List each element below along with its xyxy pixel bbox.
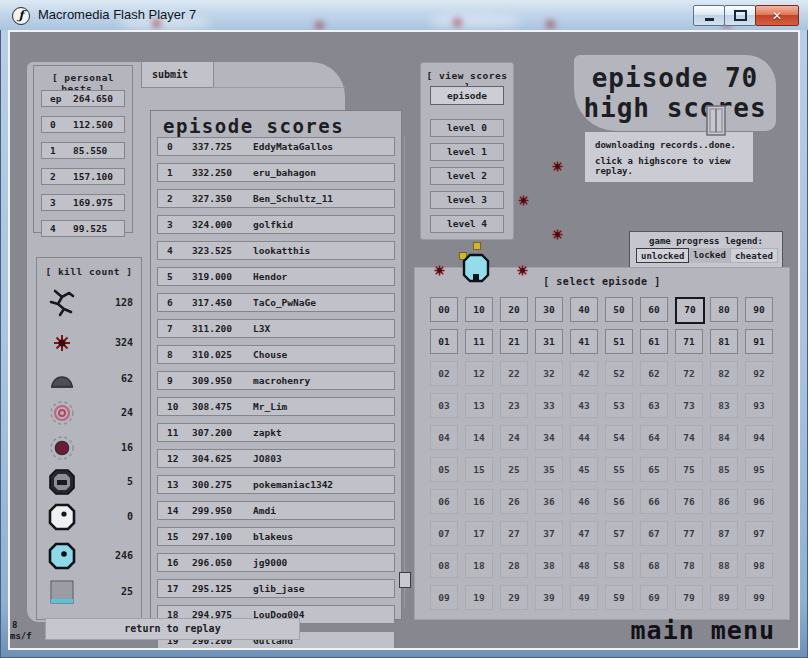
- highscore-row[interactable]: 9309.950macrohenry: [157, 371, 395, 390]
- episode-cell-40[interactable]: 40: [570, 297, 598, 322]
- episode-cell-09[interactable]: 09: [430, 585, 458, 610]
- episode-cell-91[interactable]: 91: [745, 329, 773, 354]
- episode-cell-00[interactable]: 00: [430, 297, 458, 322]
- view-episode-button[interactable]: episode: [430, 86, 504, 105]
- episode-cell-01[interactable]: 01: [430, 329, 458, 354]
- episode-cell-54[interactable]: 54: [605, 425, 633, 450]
- episode-cell-15[interactable]: 15: [465, 457, 493, 482]
- episode-cell-88[interactable]: 88: [710, 553, 738, 578]
- episode-cell-55[interactable]: 55: [605, 457, 633, 482]
- episode-cell-36[interactable]: 36: [535, 489, 563, 514]
- episode-cell-72[interactable]: 72: [675, 361, 703, 386]
- episode-cell-94[interactable]: 94: [745, 425, 773, 450]
- episode-cell-95[interactable]: 95: [745, 457, 773, 482]
- episode-cell-29[interactable]: 29: [500, 585, 528, 610]
- episode-cell-75[interactable]: 75: [675, 457, 703, 482]
- episode-cell-31[interactable]: 31: [535, 329, 563, 354]
- episode-cell-24[interactable]: 24: [500, 425, 528, 450]
- episode-cell-77[interactable]: 77: [675, 521, 703, 546]
- episode-cell-85[interactable]: 85: [710, 457, 738, 482]
- episode-cell-26[interactable]: 26: [500, 489, 528, 514]
- episode-cell-96[interactable]: 96: [745, 489, 773, 514]
- episode-cell-74[interactable]: 74: [675, 425, 703, 450]
- episode-cell-78[interactable]: 78: [675, 553, 703, 578]
- episode-cell-25[interactable]: 25: [500, 457, 528, 482]
- episode-cell-53[interactable]: 53: [605, 393, 633, 418]
- episode-cell-86[interactable]: 86: [710, 489, 738, 514]
- episode-cell-62[interactable]: 62: [640, 361, 668, 386]
- episode-cell-84[interactable]: 84: [710, 425, 738, 450]
- view-level-1-button[interactable]: level 1: [430, 143, 504, 161]
- episode-cell-98[interactable]: 98: [745, 553, 773, 578]
- episode-cell-48[interactable]: 48: [570, 553, 598, 578]
- highscore-row[interactable]: 15297.100blakeus: [157, 527, 395, 546]
- episode-cell-60[interactable]: 60: [640, 297, 668, 322]
- episode-cell-33[interactable]: 33: [535, 393, 563, 418]
- episode-cell-50[interactable]: 50: [605, 297, 633, 322]
- episode-cell-43[interactable]: 43: [570, 393, 598, 418]
- view-level-4-button[interactable]: level 4: [430, 215, 504, 233]
- highscore-row[interactable]: 10308.475Mr_Lim: [157, 397, 395, 416]
- episode-cell-22[interactable]: 22: [500, 361, 528, 386]
- episode-cell-79[interactable]: 79: [675, 585, 703, 610]
- episode-cell-93[interactable]: 93: [745, 393, 773, 418]
- view-level-2-button[interactable]: level 2: [430, 167, 504, 185]
- episode-cell-83[interactable]: 83: [710, 393, 738, 418]
- episode-cell-58[interactable]: 58: [605, 553, 633, 578]
- episode-cell-63[interactable]: 63: [640, 393, 668, 418]
- episode-cell-41[interactable]: 41: [570, 329, 598, 354]
- episode-cell-32[interactable]: 32: [535, 361, 563, 386]
- episode-cell-08[interactable]: 08: [430, 553, 458, 578]
- episode-cell-51[interactable]: 51: [605, 329, 633, 354]
- highscore-row[interactable]: 11307.200zapkt: [157, 423, 395, 442]
- episode-cell-17[interactable]: 17: [465, 521, 493, 546]
- submit-button[interactable]: submit: [141, 62, 214, 88]
- episode-cell-81[interactable]: 81: [710, 329, 738, 354]
- episode-cell-04[interactable]: 04: [430, 425, 458, 450]
- view-level-0-button[interactable]: level 0: [430, 119, 504, 137]
- highscore-row[interactable]: 4323.525lookatthis: [157, 241, 395, 260]
- episode-cell-47[interactable]: 47: [570, 521, 598, 546]
- episode-cell-46[interactable]: 46: [570, 489, 598, 514]
- episode-cell-69[interactable]: 69: [640, 585, 668, 610]
- episode-cell-12[interactable]: 12: [465, 361, 493, 386]
- episode-cell-10[interactable]: 10: [465, 297, 493, 322]
- highscore-row[interactable]: 17295.125glib_jase: [157, 579, 395, 598]
- episode-cell-99[interactable]: 99: [745, 585, 773, 610]
- episode-cell-61[interactable]: 61: [640, 329, 668, 354]
- episode-cell-92[interactable]: 92: [745, 361, 773, 386]
- episode-cell-42[interactable]: 42: [570, 361, 598, 386]
- episode-cell-56[interactable]: 56: [605, 489, 633, 514]
- episode-cell-39[interactable]: 39: [535, 585, 563, 610]
- episode-cell-52[interactable]: 52: [605, 361, 633, 386]
- episode-cell-49[interactable]: 49: [570, 585, 598, 610]
- episode-cell-87[interactable]: 87: [710, 521, 738, 546]
- episode-cell-38[interactable]: 38: [535, 553, 563, 578]
- episode-cell-76[interactable]: 76: [675, 489, 703, 514]
- highscore-row[interactable]: 14299.950Amdi: [157, 501, 395, 520]
- episode-cell-37[interactable]: 37: [535, 521, 563, 546]
- episode-cell-03[interactable]: 03: [430, 393, 458, 418]
- episode-cell-34[interactable]: 34: [535, 425, 563, 450]
- episode-cell-14[interactable]: 14: [465, 425, 493, 450]
- highscore-row[interactable]: 7311.200L3X: [157, 319, 395, 338]
- highscore-row[interactable]: 3324.000golfkid: [157, 215, 395, 234]
- episode-cell-82[interactable]: 82: [710, 361, 738, 386]
- episode-cell-35[interactable]: 35: [535, 457, 563, 482]
- episode-cell-65[interactable]: 65: [640, 457, 668, 482]
- highscore-row[interactable]: 16296.050jg9000: [157, 553, 395, 572]
- return-to-replay-button[interactable]: return to replay: [45, 618, 300, 640]
- scrollbar-thumb[interactable]: [399, 572, 411, 588]
- episode-cell-30[interactable]: 30: [535, 297, 563, 322]
- highscore-row[interactable]: 8310.025Chouse: [157, 345, 395, 364]
- view-level-3-button[interactable]: level 3: [430, 191, 504, 209]
- episode-cell-23[interactable]: 23: [500, 393, 528, 418]
- highscore-row[interactable]: 6317.450TaCo_PwNaGe: [157, 293, 395, 312]
- highscore-row[interactable]: 2327.350Ben_Schultz_11: [157, 189, 395, 208]
- highscore-row[interactable]: 12304.625JO803: [157, 449, 395, 468]
- episode-cell-18[interactable]: 18: [465, 553, 493, 578]
- episode-cell-89[interactable]: 89: [710, 585, 738, 610]
- episode-cell-07[interactable]: 07: [430, 521, 458, 546]
- episode-cell-73[interactable]: 73: [675, 393, 703, 418]
- episode-cell-13[interactable]: 13: [465, 393, 493, 418]
